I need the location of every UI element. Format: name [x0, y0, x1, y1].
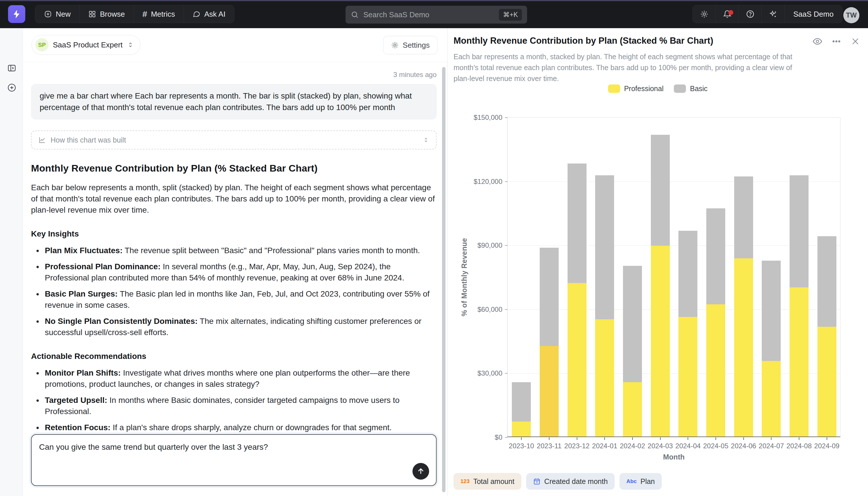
help-button[interactable]	[739, 5, 762, 23]
x-axis-title: Month	[507, 453, 840, 461]
send-button[interactable]	[413, 463, 429, 480]
new-button-label: New	[56, 10, 71, 19]
chat-scrollbar[interactable]	[442, 67, 446, 492]
agent-avatar: SP	[35, 38, 49, 51]
legend-swatch	[674, 84, 686, 93]
bar-segment-basic[interactable]	[623, 266, 642, 382]
x-axis-tick	[577, 437, 577, 440]
insights-list: Plan Mix Fluctuates: The revenue split b…	[31, 245, 437, 338]
legend-item-basic[interactable]: Basic	[674, 84, 707, 93]
lightning-icon	[12, 9, 21, 19]
user-avatar[interactable]: TW	[843, 7, 859, 23]
sparkles-button[interactable]	[762, 5, 785, 23]
agent-settings-button[interactable]: Settings	[383, 36, 437, 54]
ask-ai-button-label: Ask AI	[204, 10, 225, 19]
insights-heading: Key Insights	[31, 229, 437, 238]
bar-segment-basic[interactable]	[595, 175, 614, 319]
x-axis-tick	[688, 437, 688, 440]
message-timestamp: 3 minutes ago	[31, 71, 437, 79]
agent-selector[interactable]: SP SaaS Product Expert	[32, 35, 141, 55]
bar-segment-professional[interactable]	[623, 382, 642, 436]
x-axis-tick	[799, 437, 799, 440]
grid-icon	[88, 10, 96, 18]
tag-total-amount[interactable]: 123 Total amount	[453, 473, 521, 490]
x-axis-tick-label: 2023-10	[509, 442, 534, 450]
bar-segment-professional[interactable]	[790, 288, 808, 436]
top-navbar: New Browse # Metrics Ask AI Search SaaS …	[0, 1, 868, 28]
chart-area: ProfessionalBasic % of Monthly Revenue $…	[448, 28, 868, 496]
bar-segment-basic[interactable]	[567, 164, 586, 283]
browse-button[interactable]: Browse	[80, 5, 134, 23]
bar-segment-basic[interactable]	[817, 236, 836, 327]
x-axis-tick-label: 2024-08	[786, 442, 812, 450]
x-axis-tick	[716, 437, 716, 440]
collapse-sidebar-button[interactable]	[7, 63, 17, 73]
how-chart-built-toggle[interactable]: How this chart was built	[31, 130, 437, 150]
plot-area: $150,000$120,000$90,000$60,000$30,000$02…	[507, 117, 840, 437]
global-search-input[interactable]: Search SaaS Demo ⌘+K	[345, 6, 527, 24]
answer-title: Monthly Revenue Contribution by Plan (% …	[31, 162, 437, 174]
legend-label: Basic	[690, 84, 707, 93]
bar-segment-professional[interactable]	[678, 317, 697, 436]
bar-segment-professional[interactable]	[512, 422, 531, 436]
gear-icon	[391, 41, 399, 49]
browse-button-label: Browse	[100, 10, 125, 19]
bar-segment-basic[interactable]	[678, 231, 697, 317]
message-input[interactable]: Can you give the same trend but quarterl…	[32, 435, 436, 485]
bar-segment-basic[interactable]	[706, 208, 725, 304]
settings-nav-button[interactable]	[693, 5, 716, 23]
new-button[interactable]: New	[35, 5, 80, 23]
bar-segment-professional[interactable]	[817, 327, 836, 436]
bar-segment-professional[interactable]	[567, 283, 586, 436]
recommendations-list: Monitor Plan Shifts: Investigate what dr…	[31, 367, 437, 433]
metrics-button-label: Metrics	[151, 10, 175, 19]
x-axis-tick	[743, 437, 744, 440]
bar-segment-professional[interactable]	[651, 246, 670, 436]
bar-segment-professional[interactable]	[595, 319, 614, 436]
x-axis-tick-label: 2024-07	[759, 442, 784, 450]
tag-label: Created date month	[544, 477, 608, 486]
x-axis-tick-label: 2024-01	[592, 442, 617, 450]
y-axis-tick	[505, 373, 508, 374]
answer-intro: Each bar below represents a month, split…	[31, 182, 437, 216]
list-item: Plan Mix Fluctuates: The revenue split b…	[43, 245, 437, 256]
sparkles-icon	[769, 10, 777, 18]
left-rail	[0, 28, 23, 496]
tag-label: Total amount	[473, 477, 514, 486]
workspace-button[interactable]: SaaS Demo	[785, 5, 842, 23]
bar-segment-professional[interactable]	[762, 361, 781, 436]
metrics-button[interactable]: # Metrics	[134, 5, 184, 23]
bar-segment-basic[interactable]	[734, 176, 753, 259]
tag-created-date-month[interactable]: Created date month	[526, 473, 615, 490]
bar-segment-basic[interactable]	[790, 175, 808, 288]
chevron-up-down-icon	[423, 137, 429, 143]
chat-messages: 3 minutes ago give me a bar chart where …	[31, 62, 437, 464]
y-axis-tick-label: $90,000	[459, 242, 502, 249]
x-axis-tick-label: 2024-04	[675, 442, 701, 450]
list-item: No Single Plan Consistently Dominates: T…	[43, 315, 437, 338]
bar-segment-basic[interactable]	[762, 261, 781, 361]
legend-item-professional[interactable]: Professional	[608, 84, 664, 93]
bar-segment-professional[interactable]	[734, 258, 753, 436]
arrow-up-icon	[417, 467, 425, 476]
bar-segment-professional[interactable]	[706, 304, 725, 436]
tag-plan[interactable]: Abc Plan	[620, 473, 662, 490]
new-thread-button[interactable]	[7, 83, 17, 93]
message-input-container: Can you give the same trend but quarterl…	[31, 434, 437, 486]
bar-segment-basic[interactable]	[651, 135, 670, 246]
app-logo[interactable]	[8, 5, 25, 23]
x-axis-tick	[549, 437, 549, 440]
recommendations-heading: Actionable Recommendations	[31, 352, 437, 361]
field-tags: 123 Total amount Created date month Abc …	[453, 473, 662, 490]
notifications-button[interactable]	[716, 5, 739, 23]
bar-segment-basic[interactable]	[512, 382, 531, 422]
x-axis-tick	[632, 437, 633, 440]
x-axis-tick	[604, 437, 605, 440]
bar-segment-basic[interactable]	[540, 248, 559, 346]
window-chrome-strip	[0, 0, 868, 1]
bar-segment-professional[interactable]	[540, 346, 559, 436]
number-field-icon: 123	[461, 478, 470, 484]
x-axis-tick	[660, 437, 661, 440]
notification-dot	[728, 10, 733, 15]
ask-ai-button[interactable]: Ask AI	[184, 5, 234, 23]
